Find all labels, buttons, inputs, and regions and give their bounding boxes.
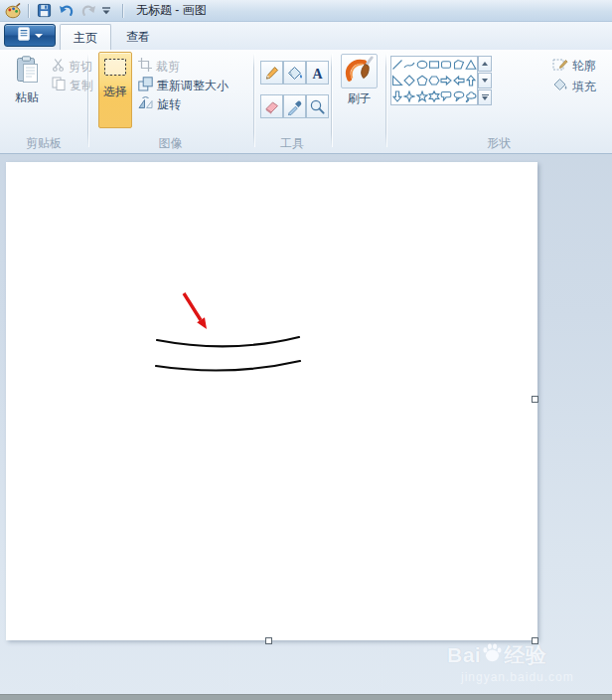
bar-icon bbox=[482, 94, 489, 96]
color-picker-icon[interactable] bbox=[283, 94, 306, 118]
outline-icon bbox=[552, 57, 568, 76]
shape-four-point-star[interactable] bbox=[403, 88, 415, 104]
chevron-down-icon bbox=[35, 34, 43, 38]
gallery-more-button[interactable] bbox=[478, 89, 492, 105]
black-curved-line-top bbox=[157, 337, 299, 346]
copy-button: 复制 bbox=[52, 78, 93, 93]
triangle-up-icon bbox=[482, 62, 488, 66]
shape-left-arrow[interactable] bbox=[452, 73, 464, 88]
svg-text:A: A bbox=[312, 66, 323, 81]
fill-icon bbox=[552, 78, 568, 96]
image-group-label: 图像 bbox=[87, 135, 253, 152]
shape-right-arrow[interactable] bbox=[440, 73, 452, 88]
selection-rectangle-icon bbox=[103, 58, 127, 81]
shape-polygon[interactable] bbox=[452, 57, 464, 73]
tab-home[interactable]: 主页 bbox=[60, 24, 111, 50]
drawing-canvas[interactable] bbox=[6, 162, 537, 640]
canvas-resize-handle-bottom[interactable] bbox=[265, 637, 272, 644]
clipboard-group-label: 剪贴板 bbox=[0, 135, 87, 152]
cut-label: 剪切 bbox=[69, 59, 92, 76]
ribbon: 粘贴 剪切 复制 剪贴板 bbox=[0, 50, 612, 154]
gallery-scroll-down-button[interactable] bbox=[478, 73, 492, 88]
shape-cloud-callout[interactable] bbox=[465, 88, 477, 104]
shape-rounded-rectangle[interactable] bbox=[440, 57, 452, 73]
triangle-down-icon bbox=[482, 79, 488, 83]
brush-icon bbox=[341, 54, 378, 88]
cut-button: 剪切 bbox=[52, 59, 92, 75]
shapes-gallery bbox=[390, 56, 478, 105]
text-tool-icon[interactable]: A bbox=[306, 61, 329, 85]
shape-right-triangle[interactable] bbox=[391, 73, 403, 88]
rotate-label: 旋转 bbox=[157, 96, 181, 113]
brushes-button[interactable]: 刷子 bbox=[341, 54, 378, 123]
watermark-brand-latin: Bai bbox=[447, 643, 481, 667]
brushes-label: 刷子 bbox=[348, 90, 372, 107]
watermark-brand-cjk: 经验 bbox=[504, 641, 546, 669]
baidu-jingyan-watermark: Bai 经验 jingyan.baidu.com bbox=[447, 641, 612, 684]
shape-diamond[interactable] bbox=[403, 73, 415, 88]
paste-label: 粘贴 bbox=[15, 89, 39, 106]
menu-document-icon bbox=[18, 27, 30, 45]
crop-icon bbox=[138, 58, 152, 76]
divider bbox=[122, 4, 123, 18]
shape-up-arrow[interactable] bbox=[465, 73, 477, 88]
group-divider bbox=[253, 54, 254, 147]
canvas-resize-handle-right[interactable] bbox=[532, 396, 538, 403]
customize-quick-access-icon[interactable] bbox=[98, 2, 114, 20]
crop-label: 裁剪 bbox=[156, 59, 180, 76]
baidu-paw-icon bbox=[482, 642, 503, 668]
magnifier-icon[interactable] bbox=[306, 94, 329, 118]
shape-six-point-star[interactable] bbox=[428, 88, 440, 104]
shape-rectangle[interactable] bbox=[428, 57, 440, 73]
copy-label: 复制 bbox=[70, 78, 93, 94]
paste-button[interactable]: 粘贴 bbox=[6, 54, 48, 129]
resize-button[interactable]: 重新调整大小 bbox=[138, 78, 229, 93]
shapes-group-label: 形状 bbox=[385, 135, 612, 152]
clipboard-paste-icon bbox=[15, 56, 39, 88]
ribbon-tab-row: 主页 查看 bbox=[0, 22, 612, 50]
pencil-icon[interactable] bbox=[260, 61, 283, 85]
outline-label: 轮廓 bbox=[572, 58, 596, 75]
gallery-scroll-up-button[interactable] bbox=[478, 56, 492, 72]
paint-app-icon[interactable] bbox=[3, 2, 23, 20]
tools-group-label: 工具 bbox=[253, 135, 331, 152]
select-button[interactable]: 选择 bbox=[98, 52, 132, 128]
application-menu-button[interactable] bbox=[4, 24, 56, 47]
rotate-button[interactable]: 旋转 bbox=[138, 96, 191, 112]
title-bar: 无标题 - 画图 bbox=[0, 0, 612, 22]
resize-label: 重新调整大小 bbox=[157, 78, 229, 94]
group-divider bbox=[385, 54, 386, 147]
select-label: 选择 bbox=[103, 84, 127, 100]
group-divider bbox=[331, 54, 332, 147]
shape-oval-callout[interactable] bbox=[452, 88, 464, 104]
eraser-icon[interactable] bbox=[260, 94, 283, 118]
window-bottom-edge bbox=[0, 694, 612, 700]
shape-line[interactable] bbox=[391, 57, 403, 73]
shape-down-arrow[interactable] bbox=[391, 88, 403, 104]
shape-pentagon[interactable] bbox=[416, 73, 428, 88]
shape-hexagon[interactable] bbox=[428, 73, 440, 88]
redo-icon bbox=[78, 2, 98, 20]
red-arrow-shaft bbox=[184, 293, 201, 320]
workspace: Bai 经验 jingyan.baidu.com bbox=[0, 155, 612, 694]
triangle-down-icon bbox=[482, 96, 488, 100]
save-icon[interactable] bbox=[34, 2, 54, 20]
gallery-scroll bbox=[478, 56, 492, 105]
scissors-icon bbox=[52, 58, 65, 76]
shape-curve[interactable] bbox=[403, 57, 415, 73]
resize-icon bbox=[138, 77, 153, 95]
tab-view[interactable]: 查看 bbox=[113, 24, 163, 50]
shape-triangle[interactable] bbox=[465, 57, 477, 73]
watermark-url: jingyan.baidu.com bbox=[461, 670, 612, 684]
shape-five-point-star[interactable] bbox=[416, 88, 428, 104]
undo-icon[interactable] bbox=[57, 2, 76, 20]
shape-fill-button[interactable]: 填充 bbox=[552, 79, 606, 94]
outline-button[interactable]: 轮廓 bbox=[552, 58, 606, 74]
shape-ellipse[interactable] bbox=[416, 57, 428, 73]
copy-icon bbox=[52, 77, 66, 94]
shape-rounded-rectangle-callout[interactable] bbox=[440, 88, 452, 104]
fill-label: 填充 bbox=[572, 79, 596, 95]
canvas-drawing bbox=[6, 162, 537, 640]
rotate-icon bbox=[138, 95, 153, 113]
fill-with-color-icon[interactable] bbox=[283, 61, 306, 85]
